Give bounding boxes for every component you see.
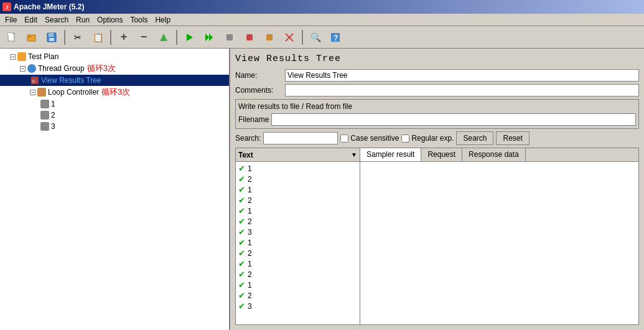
status-ok-icon: ✔ <box>238 291 245 300</box>
result-item[interactable]: ✔1 <box>236 258 360 269</box>
filename-input[interactable] <box>271 113 636 126</box>
svg-text:?: ? <box>334 34 338 42</box>
tb-shutdown[interactable] <box>240 29 259 46</box>
tb-add[interactable]: + <box>114 29 133 46</box>
menu-help[interactable]: Help <box>151 14 174 26</box>
name-input[interactable] <box>285 69 639 82</box>
svg-marker-9 <box>187 34 193 41</box>
result-item[interactable]: ✔1 <box>236 205 360 216</box>
results-header: Text ▼ <box>236 148 360 162</box>
case-sensitive-group[interactable]: Case sensitive <box>340 134 399 143</box>
tb-clear[interactable] <box>260 29 279 46</box>
indent <box>10 80 20 81</box>
indent <box>0 126 10 127</box>
result-item[interactable]: ✔2 <box>236 216 360 227</box>
expand-testplan[interactable]: − <box>10 54 16 60</box>
result-item[interactable]: ✔3 <box>236 227 360 237</box>
item2-label: 2 <box>51 111 55 120</box>
item3-label: 3 <box>51 122 55 131</box>
menu-search[interactable]: Search <box>41 14 72 26</box>
tb-clear-all[interactable] <box>280 29 299 46</box>
tab-sampler-result[interactable]: Sampler result <box>360 148 421 161</box>
result-item[interactable]: ✔1 <box>236 237 360 248</box>
name-row: Name: <box>235 69 639 82</box>
tb-help[interactable]: ? <box>326 29 345 46</box>
expand-loop[interactable]: − <box>30 90 35 95</box>
result-label: 2 <box>248 249 252 258</box>
search-button[interactable]: Search <box>456 131 493 145</box>
tree-node-threadgroup[interactable]: − Thread Group 循环3次 <box>0 62 229 75</box>
result-item[interactable]: ✔1 <box>236 184 360 195</box>
status-ok-icon: ✔ <box>238 174 245 184</box>
tree-node-item3[interactable]: 3 <box>0 121 229 132</box>
result-item[interactable]: ✔2 <box>236 269 360 280</box>
case-sensitive-checkbox[interactable] <box>340 134 348 143</box>
tree-node-item1[interactable]: 1 <box>0 98 229 110</box>
title-bar: J Apache JMeter (5.2) <box>0 0 644 14</box>
tb-move[interactable] <box>154 29 173 46</box>
result-item[interactable]: ✔2 <box>236 248 360 258</box>
result-item[interactable]: ✔2 <box>236 290 360 301</box>
tb-copy[interactable]: 📋 <box>88 29 107 46</box>
reset-button[interactable]: Reset <box>496 131 529 145</box>
menu-tools[interactable]: Tools <box>126 14 151 26</box>
status-ok-icon: ✔ <box>238 270 245 279</box>
regexp-group[interactable]: Regular exp. <box>401 134 454 143</box>
loop-icon <box>37 87 47 97</box>
tb-remove[interactable]: − <box>134 29 153 46</box>
loop-annotation: 循环3次 <box>101 87 130 98</box>
app-icon: J <box>2 2 11 11</box>
tb-new[interactable] <box>2 29 21 46</box>
indent <box>0 92 10 93</box>
menu-options[interactable]: Options <box>93 14 126 26</box>
result-label: 3 <box>248 302 252 311</box>
tree-node-item2[interactable]: 2 <box>0 110 229 121</box>
result-item[interactable]: ✔2 <box>236 174 360 184</box>
search-input[interactable] <box>263 132 338 144</box>
tree-node-viewresults[interactable]: V View Results Tree <box>0 75 229 86</box>
svg-rect-1 <box>8 33 12 35</box>
tb-run[interactable] <box>180 29 199 46</box>
indent <box>30 104 40 105</box>
expand-threadgroup[interactable]: − <box>20 66 26 72</box>
viewresults-icon: V <box>30 75 40 85</box>
testplan-icon <box>17 52 27 62</box>
status-ok-icon: ✔ <box>238 238 245 247</box>
dropdown-arrow-icon[interactable]: ▼ <box>351 151 357 158</box>
result-item[interactable]: ✔1 <box>236 163 360 174</box>
tree-node-testplan[interactable]: − Test Plan <box>0 51 229 62</box>
result-label: 1 <box>248 281 252 290</box>
indent <box>20 80 30 81</box>
result-item[interactable]: ✔2 <box>236 195 360 205</box>
tb-run-all[interactable] <box>200 29 219 46</box>
tb-search[interactable]: 🔍 <box>306 29 325 46</box>
tb-cut[interactable]: ✂ <box>68 29 87 46</box>
status-ok-icon: ✔ <box>238 301 245 311</box>
comments-input[interactable] <box>285 84 639 97</box>
result-item[interactable]: ✔3 <box>236 301 360 311</box>
indent <box>0 115 10 116</box>
regexp-label: Regular exp. <box>411 134 454 143</box>
tab-response-data[interactable]: Response data <box>462 148 526 161</box>
menu-run[interactable]: Run <box>72 14 93 26</box>
tb-open[interactable] <box>22 29 41 46</box>
tb-stop[interactable] <box>220 29 239 46</box>
indent <box>0 57 10 57</box>
svg-rect-12 <box>226 34 233 40</box>
tree-node-loopcontroller[interactable]: − Loop Controller 循环3次 <box>0 86 229 98</box>
regexp-checkbox[interactable] <box>401 134 409 143</box>
filename-label: Filename <box>238 115 269 124</box>
file-section: Write results to file / Read from file F… <box>235 99 639 129</box>
menu-file[interactable]: File <box>1 14 21 26</box>
result-item[interactable]: ✔1 <box>236 280 360 290</box>
tb-save[interactable] <box>42 29 61 46</box>
indent <box>20 126 30 127</box>
menu-edit[interactable]: Edit <box>21 14 41 26</box>
results-left: Text ▼ ✔1✔2✔1✔2✔1✔2✔3✔1✔2✔1✔2✔1✔2✔3 <box>236 148 360 324</box>
search-label: Search: <box>235 134 261 143</box>
status-ok-icon: ✔ <box>238 227 245 237</box>
indent <box>30 126 40 127</box>
tab-request[interactable]: Request <box>421 148 462 161</box>
threadgroup-icon <box>27 64 37 73</box>
status-ok-icon: ✔ <box>238 196 245 205</box>
